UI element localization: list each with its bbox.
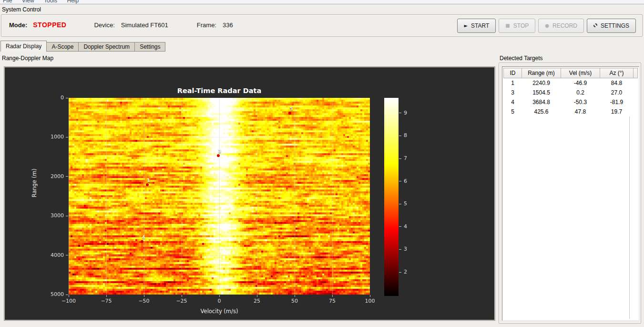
- target-cell: 84.8: [600, 78, 634, 88]
- start-button[interactable]: ► START: [457, 19, 496, 33]
- y-tick-mark: [66, 216, 68, 216]
- tab-doppler-spectrum[interactable]: Doppler Spectrum: [79, 42, 135, 52]
- colorbar-tick-mark: [399, 226, 401, 227]
- target-cell: [634, 107, 638, 116]
- detected-targets-table: ID Range (m) Vel (m/s) Az (°) 12240.9-46…: [503, 68, 638, 116]
- start-button-label: START: [471, 22, 489, 29]
- target-marker-id-label: 5: [285, 106, 298, 111]
- mode-label: Mode:: [9, 21, 27, 29]
- colorbar-tick-mark: [399, 113, 401, 113]
- target-row[interactable]: 12240.9-46.984.8: [504, 78, 638, 88]
- status-row: Mode: STOPPED Device: Simulated FT601 Fr…: [9, 21, 233, 29]
- colorbar-tick-label: 8: [404, 132, 407, 138]
- colorbar-tick-mark: [399, 249, 401, 250]
- device-value: Simulated FT601: [121, 21, 168, 29]
- system-control-groupbox: Mode: STOPPED Device: Simulated FT601 Fr…: [1, 14, 643, 37]
- y-tick-mark: [66, 176, 68, 177]
- stop-button[interactable]: ■ STOP: [499, 19, 535, 33]
- target-cell: 4: [504, 97, 522, 107]
- target-cell: -46.9: [561, 78, 600, 88]
- x-tick-mark: [295, 295, 295, 297]
- target-cell: [634, 88, 638, 97]
- colorbar-tick-label: 7: [404, 155, 407, 161]
- record-icon: ●: [545, 23, 549, 28]
- settings-button-label: SETTINGS: [601, 22, 629, 29]
- colorbar-tick-mark: [399, 181, 401, 181]
- target-cell: 47.8: [561, 107, 600, 116]
- x-tick-label: 100: [358, 298, 382, 304]
- column-header-range[interactable]: Range (m): [522, 68, 561, 78]
- table-header-row: ID Range (m) Vel (m/s) Az (°): [504, 68, 638, 78]
- play-icon: ►: [464, 23, 468, 28]
- range-doppler-map-title: Range-Doppler Map: [2, 55, 53, 62]
- stop-icon: ■: [505, 23, 510, 28]
- menu-view[interactable]: View: [22, 0, 34, 4]
- mode-status-value: STOPPED: [33, 21, 66, 29]
- target-cell: 425.6: [522, 107, 561, 116]
- column-header-spacer: [634, 68, 638, 78]
- radar-app-window: { "menu": { "items": ["File", "View", "T…: [0, 0, 644, 327]
- x-tick-mark: [219, 295, 220, 297]
- target-cell: 1504.5: [522, 88, 561, 97]
- record-button-label: RECORD: [552, 22, 577, 29]
- target-cell: 0.2: [561, 88, 600, 97]
- column-header-vel[interactable]: Vel (m/s): [561, 68, 600, 78]
- colorbar-tick-label: 4: [404, 223, 407, 230]
- x-tick-mark: [144, 295, 144, 297]
- scrollbar-track[interactable]: [629, 116, 630, 319]
- target-marker-circle: [141, 240, 143, 243]
- y-tick-mark: [66, 255, 68, 255]
- y-tick-label: 0: [35, 95, 64, 101]
- control-buttons: ► START ■ STOP ● RECORD SETTINGS: [457, 19, 636, 33]
- x-tick-label: 25: [245, 298, 269, 304]
- menu-help[interactable]: Help: [67, 0, 79, 4]
- target-cell: [634, 97, 638, 107]
- column-header-az[interactable]: Az (°): [600, 68, 634, 78]
- y-tick-mark: [66, 137, 68, 137]
- colorbar-tick-label: 2: [404, 269, 407, 275]
- range-doppler-plot-panel: Real-Time Radar Data Velocity (m/s) Rang…: [4, 66, 495, 321]
- x-tick-mark: [370, 295, 370, 297]
- target-cell: 3: [504, 88, 522, 97]
- target-cell: 5: [504, 107, 522, 116]
- colorbar-tick-label: 9: [404, 110, 407, 116]
- colorbar: [384, 98, 399, 296]
- y-tick-label: 5000: [35, 291, 64, 297]
- x-tick-label: 75: [320, 298, 344, 304]
- target-row[interactable]: 43684.8-50.3-81.9: [504, 97, 638, 107]
- tab-radar-display[interactable]: Radar Display: [0, 41, 47, 52]
- x-tick-mark: [69, 295, 69, 297]
- target-row[interactable]: 5425.647.819.7: [504, 107, 638, 116]
- x-tick-mark: [257, 295, 257, 297]
- tab-settings[interactable]: Settings: [135, 42, 165, 52]
- target-row[interactable]: 31504.50.227.0: [504, 88, 638, 97]
- menu-tools[interactable]: Tools: [44, 0, 57, 4]
- menu-file[interactable]: File: [3, 0, 12, 4]
- target-cell: 1: [504, 78, 522, 88]
- target-marker-id-label: 3: [213, 149, 226, 154]
- colorbar-tick-label: 6: [404, 178, 407, 184]
- x-tick-label: 50: [283, 298, 307, 304]
- x-tick-label: −25: [170, 298, 194, 304]
- device-label: Device:: [94, 21, 114, 29]
- x-tick-mark: [182, 295, 182, 297]
- target-cell: 2240.9: [522, 78, 561, 88]
- y-tick-mark: [66, 295, 68, 295]
- y-tick-label: 1000: [35, 134, 64, 140]
- colorbar-tick-label: 5: [404, 200, 407, 207]
- colorbar-tick-mark: [399, 204, 401, 204]
- column-header-id[interactable]: ID: [504, 68, 522, 78]
- x-tick-label: −100: [57, 298, 81, 304]
- settings-button[interactable]: SETTINGS: [587, 19, 636, 33]
- target-marker-circle: [146, 183, 149, 186]
- y-tick-mark: [66, 98, 68, 98]
- target-marker-id-label: 1: [142, 178, 155, 183]
- x-tick-mark: [332, 295, 333, 297]
- x-tick-label: −50: [132, 298, 156, 304]
- colorbar-tick-label: 3: [404, 246, 407, 252]
- target-cell: 19.7: [600, 107, 634, 116]
- tab-a-scope[interactable]: A-Scope: [47, 42, 79, 52]
- colorbar-tick-mark: [399, 136, 401, 136]
- colorbar-tick-mark: [399, 158, 401, 159]
- record-button[interactable]: ● RECORD: [538, 19, 584, 33]
